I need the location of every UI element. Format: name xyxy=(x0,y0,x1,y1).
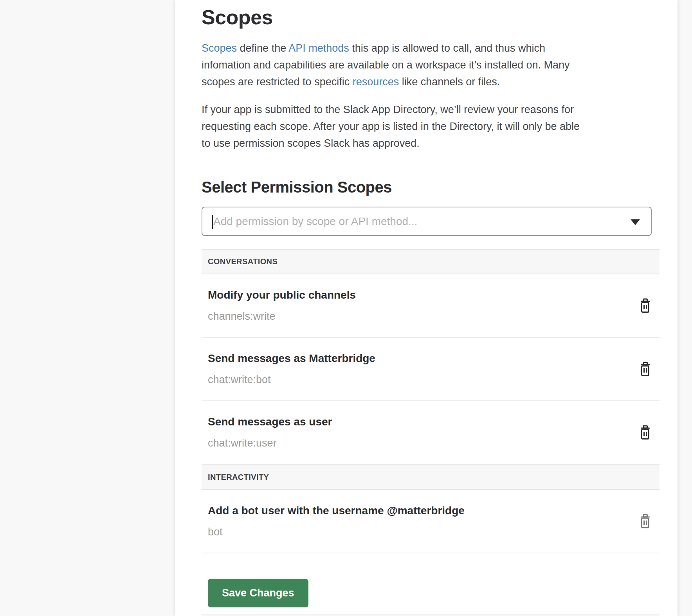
scope-title: Add a bot user with the username @matter… xyxy=(208,504,465,517)
main-content: Scopes Scopes define the API methods thi… xyxy=(175,0,678,616)
scope-code: chat:write:user xyxy=(208,436,332,450)
remove-scope-button[interactable] xyxy=(640,425,651,440)
section-header-label: CONVERSATIONS xyxy=(208,257,278,266)
section-header: CONVERSATIONS xyxy=(202,249,660,274)
scope-search-box xyxy=(202,207,652,236)
section-header-label: INTERACTIVITY xyxy=(208,473,269,482)
chevron-down-icon[interactable] xyxy=(631,219,640,225)
api-methods-link[interactable]: API methods xyxy=(288,42,349,54)
scope-code: channels:write xyxy=(208,310,356,323)
scope-section: CONVERSATIONS Modify your public channel… xyxy=(202,249,660,465)
scope-section: INTERACTIVITY Add a bot user with the us… xyxy=(202,465,660,553)
save-changes-button[interactable]: Save Changes xyxy=(208,579,308,607)
directory-paragraph: If your app is submitted to the Slack Ap… xyxy=(202,101,660,152)
select-permission-scopes-heading: Select Permission Scopes xyxy=(202,178,660,196)
scopes-link[interactable]: Scopes xyxy=(202,42,237,54)
remove-scope-button[interactable] xyxy=(640,298,651,313)
scope-search-input[interactable] xyxy=(202,207,651,235)
next-section-band xyxy=(202,614,660,616)
section-header: INTERACTIVITY xyxy=(202,465,660,490)
text-cursor xyxy=(212,215,213,229)
right-gutter xyxy=(678,0,692,616)
trash-icon xyxy=(640,362,651,377)
intro-text: define the xyxy=(237,42,288,54)
scope-row: Modify your public channels channels:wri… xyxy=(202,274,660,338)
scope-row: Send messages as user chat:write:user xyxy=(202,401,660,465)
trash-icon xyxy=(640,298,651,313)
scope-title: Send messages as Matterbridge xyxy=(208,352,375,365)
scope-title: Send messages as user xyxy=(208,415,332,429)
scope-code: chat:write:bot xyxy=(208,373,375,386)
scope-list: CONVERSATIONS Modify your public channel… xyxy=(202,249,660,553)
scope-title: Modify your public channels xyxy=(208,288,356,302)
trash-icon xyxy=(640,514,651,529)
left-sidebar xyxy=(0,0,175,616)
intro-paragraph: Scopes define the API methods this app i… xyxy=(202,40,660,90)
scope-row: Send messages as Matterbridge chat:write… xyxy=(202,338,660,401)
intro-text: like channels or files. xyxy=(399,76,500,88)
page-title: Scopes xyxy=(202,6,660,28)
resources-link[interactable]: resources xyxy=(353,76,399,88)
scope-code: bot xyxy=(208,525,465,539)
scope-row: Add a bot user with the username @matter… xyxy=(202,490,660,553)
remove-scope-button[interactable] xyxy=(640,362,651,377)
remove-scope-button[interactable] xyxy=(640,514,651,529)
trash-icon xyxy=(640,425,651,440)
